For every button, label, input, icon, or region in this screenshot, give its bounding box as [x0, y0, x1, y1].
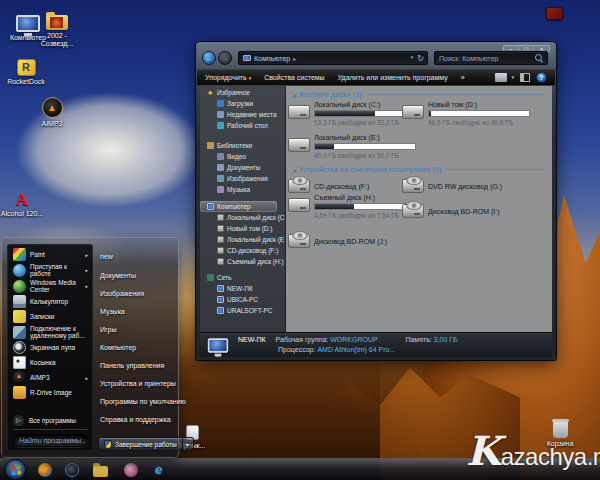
- uac-shield-icon: [104, 440, 112, 449]
- nav-downloads[interactable]: Загрузки: [200, 98, 285, 109]
- start-place-pictures[interactable]: Изображения: [94, 284, 174, 302]
- capacity-bar: [314, 110, 416, 117]
- start-item-getting-started[interactable]: Приступая к работе▸: [11, 262, 90, 278]
- taskbar-media-player-icon[interactable]: [36, 462, 53, 478]
- start-place-documents[interactable]: Документы: [94, 266, 174, 284]
- help-icon[interactable]: ?: [536, 72, 547, 83]
- hard-drive-icon: [402, 105, 424, 119]
- organize-dropdown-icon: ▾: [249, 75, 252, 81]
- drive-tile-e[interactable]: Локальный диск (E:) 40,9 ГБ свободно из …: [288, 133, 416, 159]
- start-item-aimp3[interactable]: AIMP3▸: [11, 370, 90, 385]
- nav-pictures[interactable]: Изображения: [200, 173, 285, 184]
- watermark-initial: K: [466, 431, 501, 471]
- nav-favorites[interactable]: ★Избранное: [200, 87, 285, 98]
- nav-drive-f[interactable]: CD-дисковод (F:): [200, 245, 285, 256]
- address-bar[interactable]: Компьютер ▸ ▾ ↻: [238, 51, 428, 65]
- start-place-help-support[interactable]: Справка и поддержка: [94, 410, 174, 428]
- start-item-calculator[interactable]: Калькулятор: [11, 294, 90, 309]
- nav-pc-uralsoft[interactable]: URALSOFT-PC: [200, 305, 285, 316]
- start-place-computer[interactable]: Компьютер: [94, 338, 174, 356]
- shutdown-options-arrow[interactable]: ▸: [182, 437, 194, 451]
- drive-tile-c[interactable]: Локальный диск (C:) 13,3 ГБ свободно из …: [288, 100, 416, 126]
- drive-tile-h[interactable]: Съемный диск (H:) 4,59 ГБ свободно из 7,…: [288, 193, 416, 219]
- preview-pane-icon[interactable]: [520, 73, 530, 82]
- start-orb[interactable]: [5, 459, 26, 480]
- group-header-hard-disks[interactable]: ◢Жесткие диски (3): [292, 90, 544, 99]
- nav-videos[interactable]: Видео: [200, 151, 285, 162]
- nav-drive-e[interactable]: Локальный диск (E:): [200, 234, 285, 245]
- start-place-devices-printers[interactable]: Устройства и принтеры: [94, 374, 174, 392]
- taskbar-explorer-icon[interactable]: [92, 462, 109, 478]
- drive-tile-i[interactable]: Дисковод BD-ROM (I:): [402, 199, 530, 218]
- paint-icon: [13, 248, 26, 261]
- start-place-games[interactable]: Игры: [94, 320, 174, 338]
- desktop-icon-2002-folder[interactable]: 2002 - Созвезд...: [36, 4, 78, 48]
- nav-pc-ubica[interactable]: UBICA-PC: [200, 294, 285, 305]
- drive-tile-j[interactable]: Дисковод BD-ROM (J:): [288, 229, 416, 248]
- start-item-paint[interactable]: Paint▸: [11, 247, 90, 262]
- crumb-arrow-icon[interactable]: ▸: [293, 55, 296, 62]
- taskbar-app2-icon[interactable]: [122, 462, 139, 478]
- search-input[interactable]: [439, 55, 535, 62]
- nav-desktop[interactable]: Рабочий стол: [200, 120, 285, 131]
- drive-tile-g[interactable]: DVD RW дисковод (G:): [402, 174, 530, 193]
- nav-music[interactable]: Музыка: [200, 184, 285, 195]
- nav-recent-places[interactable]: Недавние места: [200, 109, 285, 120]
- all-programs-button[interactable]: ▷Все программы: [11, 414, 90, 427]
- rocketdock-icon: R: [17, 59, 36, 76]
- hard-drive-icon: [288, 105, 310, 119]
- taskbar-internet-explorer-icon[interactable]: e: [150, 462, 167, 478]
- all-programs-arrow-icon: ▷: [13, 415, 24, 426]
- nav-computer-selected[interactable]: Компьютер: [200, 201, 277, 212]
- shutdown-button[interactable]: Завершение работы: [98, 437, 182, 451]
- address-dropdown-icon[interactable]: ▾: [411, 54, 414, 63]
- nav-drive-c[interactable]: Локальный диск (C:): [200, 212, 285, 223]
- nav-network[interactable]: Сеть: [200, 272, 285, 283]
- start-place-default-programs[interactable]: Программы по умолчанию: [94, 392, 174, 410]
- start-item-magnifier[interactable]: Экранная лупа: [11, 340, 90, 355]
- desktop-icon-alcohol[interactable]: A Alcohol 120...: [0, 182, 44, 218]
- system-properties-button[interactable]: Свойства системы: [264, 74, 324, 81]
- nav-drive-d[interactable]: Новый том (D:): [200, 223, 285, 234]
- rdrive-image-icon: [13, 386, 26, 399]
- start-item-remote-desktop[interactable]: Подключение к удаленному раб...: [11, 324, 90, 340]
- toolbar-overflow-icon[interactable]: »: [461, 74, 465, 81]
- uninstall-program-button[interactable]: Удалить или изменить программу: [338, 74, 448, 81]
- organize-button[interactable]: Упорядочить▾: [205, 74, 251, 81]
- start-item-media-center[interactable]: Windows Media Center▸: [11, 278, 90, 294]
- desktop-icon-unknown[interactable]: [546, 6, 563, 22]
- recent-places-icon: [217, 111, 224, 118]
- back-button[interactable]: ←: [202, 51, 216, 65]
- breadcrumb[interactable]: Компьютер: [254, 55, 290, 62]
- start-place-control-panel[interactable]: Панель управления: [94, 356, 174, 374]
- desktop-icon-rocketdock[interactable]: R RocketDock: [0, 50, 52, 86]
- start-item-sticky-notes[interactable]: Записки: [11, 309, 90, 324]
- search-icon: [535, 54, 543, 62]
- start-search-input[interactable]: [19, 437, 93, 444]
- nav-pc-new[interactable]: NEW-ПК: [200, 283, 285, 294]
- views-button[interactable]: ▾: [495, 73, 514, 82]
- nav-libraries[interactable]: Библиотеки: [200, 140, 285, 151]
- taskbar-app-icon[interactable]: [63, 462, 80, 478]
- nav-documents[interactable]: Документы: [200, 162, 285, 173]
- nav-drive-h[interactable]: Съемный диск (H:): [200, 256, 285, 267]
- desktop-icon-aimp3[interactable]: ▲ AIMP3: [28, 92, 76, 128]
- red-app-icon: [546, 7, 563, 20]
- explorer-window: – ▢ ✕ ← → Компьютер ▸ ▾ ↻ Упорядочить▾: [196, 42, 556, 360]
- folder-icon: [46, 15, 68, 30]
- submenu-arrow-icon: ▸: [85, 375, 88, 381]
- start-item-solitaire[interactable]: Косынка: [11, 355, 90, 370]
- start-user-name[interactable]: new: [94, 246, 174, 266]
- drive-tile-f[interactable]: CD-дисковод (F:): [288, 174, 416, 193]
- start-place-music[interactable]: Музыка: [94, 302, 174, 320]
- dvd-drive-icon: [402, 179, 424, 193]
- downloads-icon: [217, 100, 224, 107]
- navigation-bar: ← → Компьютер ▸ ▾ ↻: [196, 50, 556, 68]
- search-box[interactable]: [434, 51, 548, 65]
- drive-tile-d[interactable]: Новый том (D:) 46,5 ГБ свободно из 46,8 …: [402, 100, 530, 126]
- start-item-rdrive-image[interactable]: R-Drive Image: [11, 385, 90, 400]
- start-search-box[interactable]: [13, 434, 88, 447]
- forward-button[interactable]: →: [218, 51, 232, 65]
- refresh-icon[interactable]: ↻: [417, 54, 424, 63]
- group-header-removable[interactable]: ◢Устройства со съемными носителями (5): [292, 165, 544, 174]
